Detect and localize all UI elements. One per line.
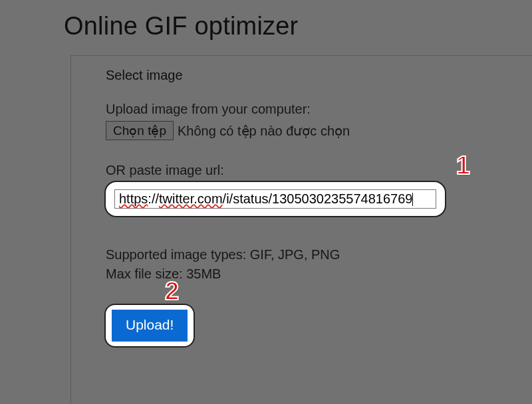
or-paste-url-label: OR paste image url: <box>106 163 509 178</box>
panel-legend: Select image <box>106 68 509 83</box>
annotation-step-2: 2 <box>165 277 179 306</box>
file-select-row: Chọn tệp Không có tệp nào được chọn <box>106 121 509 140</box>
upload-button[interactable]: Upload! <box>112 310 188 342</box>
upload-from-computer-label: Upload image from your computer: <box>106 102 509 117</box>
supported-types-text: Supported image types: GIF, JPG, PNG <box>106 245 509 264</box>
annotation-step-1: 1 <box>456 152 470 180</box>
upload-button-highlight: Upload! <box>106 305 194 346</box>
page-title: Online GIF optimizer <box>64 12 532 41</box>
select-image-panel: Select image Upload image from your comp… <box>70 55 532 404</box>
url-input-highlight: https://twitter.com/i/status/13050302355… <box>106 182 445 216</box>
choose-file-button[interactable]: Chọn tệp <box>106 121 174 140</box>
file-chosen-status: Không có tệp nào được chọn <box>178 123 350 139</box>
image-url-input[interactable]: https://twitter.com/i/status/13050302355… <box>114 189 436 209</box>
